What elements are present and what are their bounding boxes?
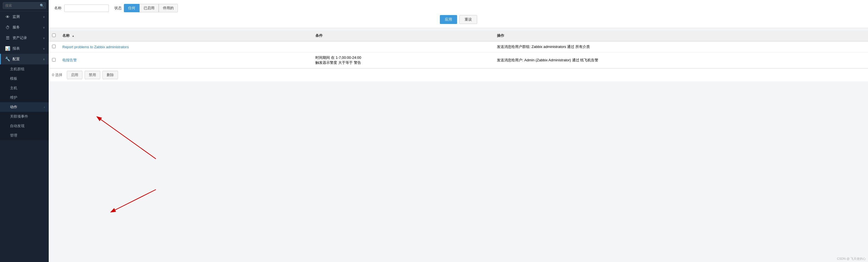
sidebar-search-bar[interactable]: 🔍 [0,0,49,11]
sidebar-submenu-label: 主机 [10,86,17,91]
table-header-row: 名称 ▲ 条件 操作 [49,30,868,41]
row1-checkbox[interactable] [52,45,56,48]
config-submenu: 主机群组 模板 主机 维护 动作 ‹ Trigger actions 发现动作 [0,64,49,140]
row1-checkbox-cell [49,41,59,52]
sidebar-item-label: 资产记录 [12,35,43,40]
sidebar-submenu-label: 动作 [10,105,17,110]
table-section: 名称 ▲ 条件 操作 [49,30,868,81]
sidebar-submenu-label: 自动发现 [10,123,25,128]
chevron-down-icon: ∨ [43,15,45,19]
row2-conditions-cell: 时间期间 在 1-7,00:00-24:00 触发器示警度 大于等于 警告 [312,52,494,68]
assets-icon: ☰ [5,35,10,40]
table-row: 电报告警 时间期间 在 1-7,00:00-24:00 触发器示警度 大于等于 … [49,52,868,68]
row1-operations: 发送消息给用户群组: Zabbix administrators 通过 所有介质 [497,45,590,49]
reset-button[interactable]: 重设 [459,15,477,24]
chevron-up-icon: ∧ [43,58,45,61]
bottom-toolbar: 0 选择 启用 禁用 删除 [49,68,868,81]
row2-checkbox-cell [49,52,59,68]
sidebar-item-config[interactable]: 🔧 配置 ∧ [0,54,49,64]
chevron-down-icon: ∨ [43,26,45,29]
row1-name-cell: Report problems to Zabbix administrators [59,41,312,52]
sidebar-submenu-label: 关联项事件 [10,114,28,119]
row1-name-link[interactable]: Report problems to Zabbix administrators [62,45,129,49]
row2-checkbox[interactable] [52,58,56,62]
sidebar-item-hosts[interactable]: 主机 [0,83,49,93]
sidebar-submenu-label: 管理 [10,133,17,138]
name-filter-label: 名称 [54,6,62,10]
disable-button[interactable]: 禁用 [85,71,100,79]
reports-icon: 📊 [5,46,10,51]
config-icon: 🔧 [5,57,10,62]
sidebar-submenu-label: 模板 [10,76,17,81]
sidebar-item-manage[interactable]: 管理 [0,131,49,140]
col-name: 名称 ▲ [59,30,312,41]
chevron-down-icon: ∨ [43,47,45,50]
sidebar-submenu-label: 维护 [10,95,17,100]
sidebar-item-services[interactable]: ⏱ 服务 ∨ [0,22,49,33]
enable-button[interactable]: 启用 [67,71,83,79]
sidebar-item-autodiscovery[interactable]: 自动发现 [0,121,49,131]
sidebar-item-hostgroups[interactable]: 主机群组 [0,64,49,74]
table-wrapper: 名称 ▲ 条件 操作 [49,30,868,68]
status-enabled-btn[interactable]: 已启用 [140,4,159,12]
status-filter: 状态 任何 已启用 停用的 [115,4,178,12]
svg-line-1 [111,190,156,212]
sidebar: 🔍 👁 监测 ∨ ⏱ 服务 ∨ ☰ 资产记录 ∨ 📊 报表 ∨ 🔧 配置 ∧ 主… [0,0,49,262]
actions-table: 名称 ▲ 条件 操作 [49,30,868,68]
content-body: 名称 状态 任何 已启用 停用的 应用 重设 [49,0,868,262]
services-icon: ⏱ [5,25,10,30]
main-content: 名称 状态 任何 已启用 停用的 应用 重设 [49,0,868,262]
sidebar-item-assets[interactable]: ☰ 资产记录 ∨ [0,33,49,43]
row2-conditions-line1: 时间期间 在 1-7,00:00-24:00 [315,55,490,60]
filter-bar: 名称 状态 任何 已启用 停用的 应用 重设 [49,0,868,28]
row2-name-link[interactable]: 电报告警 [62,58,77,62]
chevron-left-icon: ‹ [44,106,45,109]
status-disabled-btn[interactable]: 停用的 [159,4,178,12]
row2-name-cell: 电报告警 [59,52,312,68]
name-filter-input[interactable] [64,4,109,12]
col-conditions: 条件 [312,30,494,41]
sidebar-item-label: 配置 [12,57,43,62]
col-checkbox [49,30,59,41]
sidebar-item-label: 监测 [12,14,43,19]
sidebar-item-monitor[interactable]: 👁 监测 ∨ [0,11,49,22]
sidebar-item-correlation[interactable]: 关联项事件 [0,112,49,121]
sidebar-submenu-label: 主机群组 [10,67,25,71]
filter-actions: 应用 重设 [54,15,862,24]
monitor-icon: 👁 [5,14,10,19]
delete-button[interactable]: 删除 [102,71,118,79]
sidebar-item-label: 服务 [12,25,43,30]
chevron-down-icon: ∨ [43,36,45,39]
row2-operations-cell: 发送消息给用户: Admin (Zabbix Administrator) 通过… [494,52,868,68]
sidebar-item-label: 报表 [12,46,43,51]
row1-conditions-cell [312,41,494,52]
row2-conditions-line2: 触发器示警度 大于等于 警告 [315,60,490,65]
col-operations: 操作 [494,30,868,41]
select-all-checkbox[interactable] [52,33,56,37]
sidebar-item-templates[interactable]: 模板 [0,74,49,83]
row2-operations: 发送消息给用户: Admin (Zabbix Administrator) 通过… [497,58,598,62]
svg-line-0 [97,117,156,159]
name-filter: 名称 [54,4,109,12]
status-any-btn[interactable]: 任何 [124,4,140,12]
search-input[interactable] [3,2,46,9]
row1-operations-cell: 发送消息给用户群组: Zabbix administrators 通过 所有介质 [494,41,868,52]
sort-asc-icon: ▲ [72,34,74,37]
sidebar-item-actions[interactable]: 动作 ‹ Trigger actions 发现动作 自动注册动作 Interna… [0,102,49,112]
table-row: Report problems to Zabbix administrators… [49,41,868,52]
apply-button[interactable]: 应用 [440,15,457,24]
status-filter-label: 状态 [115,6,122,10]
filter-row-top: 名称 状态 任何 已启用 停用的 [54,4,862,12]
watermark: CSDN @ 飞天使的心 [837,257,866,261]
selected-count: 0 选择 [52,72,62,78]
sidebar-item-maintenance[interactable]: 维护 [0,93,49,102]
sidebar-item-reports[interactable]: 📊 报表 ∨ [0,43,49,54]
